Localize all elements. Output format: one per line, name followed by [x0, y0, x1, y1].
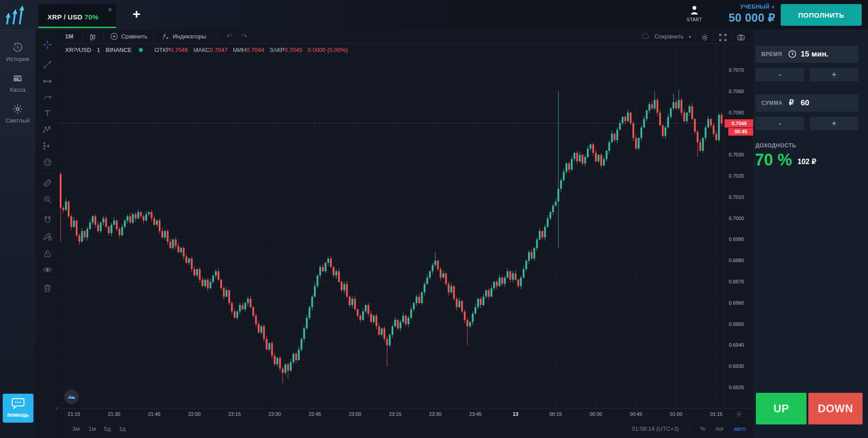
- snapshot-camera-icon[interactable]: [737, 33, 745, 41]
- sidebar-item-theme[interactable]: Светлый: [0, 104, 35, 124]
- text-tool-icon[interactable]: [43, 109, 52, 118]
- undo-button[interactable]: ↶: [226, 29, 232, 44]
- sidebar-item-cashier[interactable]: Касса: [0, 73, 35, 94]
- amount-field[interactable]: СУММА ₽ 60: [755, 94, 859, 112]
- zoom-in-tool-icon[interactable]: [43, 195, 52, 204]
- price-tick: 0.7050: [729, 110, 744, 115]
- toolbar-divider: [41, 209, 53, 210]
- price-tick: 0.6980: [729, 258, 744, 263]
- time-tick: 23:15: [385, 411, 405, 417]
- range-5d-button[interactable]: 5д: [104, 425, 111, 432]
- range-3m-button[interactable]: 3м: [72, 425, 80, 432]
- magnet-tool-icon[interactable]: [43, 216, 52, 225]
- chevron-down-icon: ▼: [688, 35, 692, 39]
- account-name: START: [684, 17, 704, 22]
- wallet-icon: [0, 73, 35, 84]
- chart-bottom-bar: 3м 1м 5д 1д 01:08:14 (UTC+3) | % лог авт…: [59, 420, 753, 438]
- payout-label: ДОХОДНОСТЬ: [755, 142, 796, 149]
- stay-in-drawing-mode-icon[interactable]: [43, 232, 52, 241]
- ruler-tool-icon[interactable]: [43, 179, 52, 188]
- percent-scale-button[interactable]: %: [700, 425, 706, 432]
- price-axis[interactable]: 0.70700.70600.70500.70400.70300.70200.70…: [724, 44, 753, 408]
- remove-drawings-trash-icon[interactable]: [43, 283, 52, 292]
- time-field[interactable]: ВРЕМЯ 15 мин.: [755, 46, 859, 63]
- time-tick: 00:45: [626, 411, 646, 417]
- amount-plus-button[interactable]: +: [810, 117, 859, 130]
- price-tick: 0.6940: [729, 342, 744, 348]
- help-button[interactable]: помощь: [3, 394, 33, 423]
- time-tick: 22:00: [184, 411, 204, 417]
- account-avatar[interactable]: START: [684, 5, 704, 22]
- asset-tab[interactable]: XRP / USD 70% ✕: [38, 4, 116, 28]
- crosshair-tool-icon[interactable]: [43, 40, 52, 49]
- balance-value: 50 000 ₽: [708, 11, 775, 24]
- brush-tool-icon[interactable]: [43, 93, 52, 102]
- time-axis[interactable]: 21:1521:3021:4522:0022:1522:3022:4523:00…: [59, 408, 753, 420]
- clock-utc: 01:08:14 (UTC+3): [632, 425, 679, 432]
- trend-line-tool-icon[interactable]: [43, 60, 52, 69]
- auto-scale-button[interactable]: авто: [734, 425, 746, 432]
- indicators-button[interactable]: Индикаторы: [161, 29, 206, 44]
- time-tick: 13: [505, 411, 525, 417]
- sidebar-item-history[interactable]: История: [0, 42, 35, 63]
- chart-toolbar: 1М Сравнить Индикаторы ↶ ↷ Сохранить: [59, 29, 753, 44]
- time-plus-button[interactable]: +: [810, 68, 859, 81]
- time-tick: 21:45: [144, 411, 164, 417]
- chevron-down-icon: ▼: [771, 5, 775, 9]
- price-tick: 0.6960: [729, 300, 744, 306]
- time-tick: 21:15: [64, 411, 84, 417]
- collapse-toolbar-chevron[interactable]: ‹: [56, 403, 61, 414]
- amount-value: 60: [801, 99, 809, 108]
- asset-tab-payout: 70%: [85, 13, 99, 21]
- gann-lines-tool-icon[interactable]: [43, 76, 52, 85]
- chart-settings-gear-icon[interactable]: [701, 33, 709, 41]
- axis-settings-gear-icon[interactable]: [735, 410, 743, 419]
- range-1d-button[interactable]: 1д: [119, 425, 126, 432]
- lock-drawings-icon[interactable]: [43, 249, 52, 258]
- save-layout-button[interactable]: Сохранить ▼: [641, 29, 692, 44]
- platform-logo-button[interactable]: [64, 390, 79, 404]
- time-tick: 22:15: [225, 411, 245, 417]
- payout-percent: 70 %: [755, 151, 792, 170]
- price-tick: 0.7000: [729, 216, 744, 221]
- up-button[interactable]: UP: [756, 393, 807, 424]
- chart-type-candles-icon[interactable]: [89, 33, 97, 41]
- log-scale-button[interactable]: лог: [715, 425, 724, 432]
- close-icon[interactable]: ✕: [108, 6, 113, 13]
- asset-tab-label: XRP / USD 70%: [47, 13, 99, 21]
- deposit-button[interactable]: ПОПОЛНИТЬ: [781, 4, 862, 26]
- range-1m-button[interactable]: 1м: [89, 425, 96, 432]
- history-icon: [0, 42, 35, 53]
- time-value: 15 мин.: [801, 50, 829, 59]
- amount-minus-button[interactable]: -: [755, 117, 804, 130]
- hide-drawings-eye-icon[interactable]: [43, 265, 52, 274]
- fullscreen-icon[interactable]: [719, 33, 727, 41]
- price-tick: 0.7020: [729, 173, 744, 179]
- price-tick: 0.7030: [729, 152, 744, 157]
- emoji-tool-icon[interactable]: [43, 158, 52, 167]
- time-minus-button[interactable]: -: [755, 68, 804, 81]
- trading-app: XRP / USD 70% ✕ + START УЧЕБНЫЙ ▼ 50 000…: [0, 0, 868, 438]
- price-tick: 0.6930: [729, 363, 744, 369]
- time-tick: 23:30: [425, 411, 445, 417]
- compare-button[interactable]: Сравнить: [110, 29, 147, 44]
- time-tick: 23:45: [466, 411, 486, 417]
- candlestick-plot[interactable]: [59, 44, 724, 408]
- account-block: УЧЕБНЫЙ ▼ 50 000 ₽: [708, 4, 775, 24]
- drawing-toolbar: ‹: [35, 29, 59, 438]
- price-tick: 0.6950: [729, 321, 744, 327]
- xabcd-pattern-tool-icon[interactable]: [43, 125, 52, 134]
- time-tick: 22:30: [265, 411, 285, 417]
- price-tick: 0.7060: [729, 89, 744, 94]
- time-tick: 22:45: [305, 411, 325, 417]
- add-tab-button[interactable]: +: [128, 6, 145, 23]
- payout-amount: 102 ₽: [797, 157, 816, 166]
- clock-icon: [788, 50, 797, 59]
- mountain-logo-icon: [67, 392, 76, 401]
- down-button[interactable]: DOWN: [808, 393, 863, 424]
- chat-bubble-icon: [11, 397, 25, 409]
- account-type-dropdown[interactable]: УЧЕБНЫЙ ▼: [708, 4, 775, 10]
- forecast-tool-icon[interactable]: [43, 141, 52, 151]
- redo-button[interactable]: ↷: [241, 29, 247, 44]
- interval-button[interactable]: 1М: [65, 29, 73, 44]
